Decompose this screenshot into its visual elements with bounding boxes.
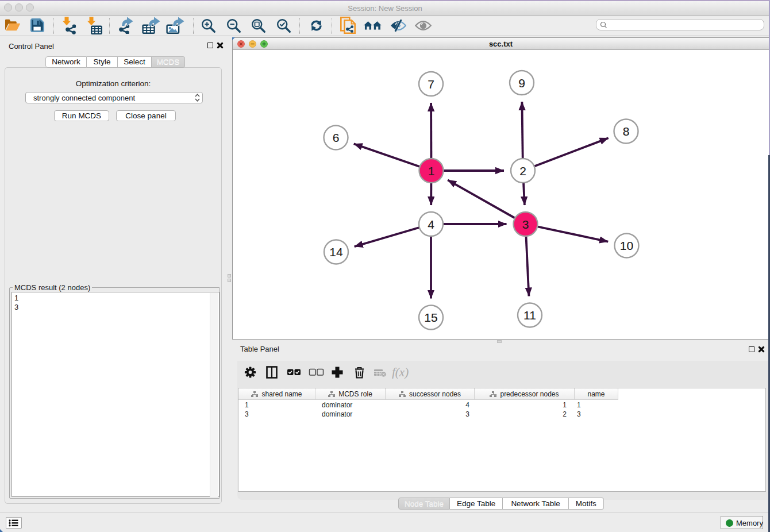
svg-text:6: 6 <box>333 131 340 144</box>
svg-text:1: 1 <box>428 164 435 178</box>
svg-text:7: 7 <box>428 78 434 91</box>
svg-text:10: 10 <box>620 239 633 252</box>
svg-text:9: 9 <box>518 76 525 90</box>
svg-text:f(x): f(x) <box>392 366 409 379</box>
svg-text:11: 11 <box>523 309 536 322</box>
svg-text:2: 2 <box>519 164 526 178</box>
svg-text:3: 3 <box>522 218 529 231</box>
svg-text:4: 4 <box>428 218 434 231</box>
svg-text:8: 8 <box>623 125 630 138</box>
svg-text:15: 15 <box>424 311 437 324</box>
svg-text:14: 14 <box>329 245 343 259</box>
